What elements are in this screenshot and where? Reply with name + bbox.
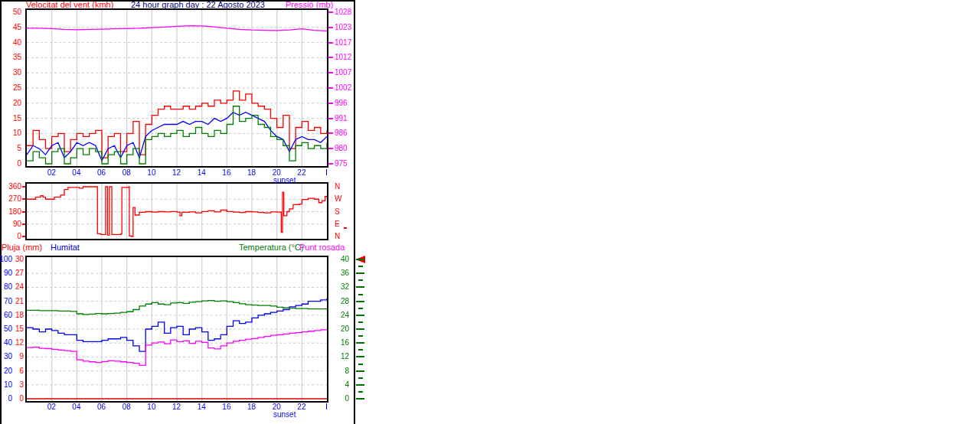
x-axis-hour-label: 10: [147, 403, 155, 411]
axis-tick-label: 40: [341, 256, 349, 263]
axis-tick-label: 3: [19, 381, 24, 389]
axis-tick: [22, 236, 25, 237]
axis-tick: [22, 211, 25, 213]
axis-tick-label: 270: [8, 195, 21, 203]
x-axis-hour-label: 02: [47, 403, 56, 411]
axis-tick-label: 5: [17, 145, 21, 152]
x-axis-hour-label: 08: [122, 169, 131, 177]
axis-tick-label: 40: [4, 339, 12, 347]
wind-direction-chart-frame: [25, 182, 328, 240]
axis-tick-label: 80: [4, 283, 12, 291]
axis-tick-label: 60: [4, 311, 12, 319]
axis-tick: [328, 42, 333, 44]
axis-tick-label: 1002: [335, 84, 351, 92]
axis-tick-label: 980: [335, 145, 348, 152]
axis-tick-label: 996: [335, 99, 348, 107]
axis-tick-label: 975: [335, 160, 348, 168]
wind-speed-chart-frame: [25, 8, 328, 168]
axis-tick-label: 8: [345, 367, 349, 375]
axis-tick: [356, 272, 364, 274]
axis-tick: [356, 398, 364, 400]
x-axis-hour-label: 14: [198, 403, 206, 411]
axis-tick-label: 0: [17, 233, 21, 240]
axis-tick: [328, 103, 333, 104]
axis-tick-label: 20: [4, 367, 12, 375]
axis-tick-label: 0: [19, 395, 24, 403]
day-end-tick-bottom: [326, 403, 327, 409]
axis-tick-label: 4: [345, 381, 349, 389]
axis-minor-tick: [358, 266, 363, 267]
legend-temperature: Temperatura (°C): [239, 243, 303, 252]
axis-minor-tick: [358, 279, 363, 281]
axis-tick-label: 45: [13, 24, 21, 31]
axis-tick-label: 15: [15, 325, 24, 333]
axis-tick: [356, 286, 364, 288]
axis-tick: [356, 301, 364, 302]
x-axis-hour-label: 04: [72, 169, 80, 177]
axis-tick-label: 991: [335, 115, 348, 122]
axis-tick-label: 24: [15, 283, 24, 291]
axis-minor-tick: [358, 294, 363, 295]
axis-tick-label: 6: [19, 367, 24, 375]
legend-humidity: Humitat: [51, 243, 80, 252]
wind-speed-pressure-plot: [27, 10, 327, 166]
x-axis-hour-label: 16: [222, 169, 230, 177]
wind-direction-plot: [27, 184, 327, 239]
axis-tick: [328, 27, 333, 28]
axis-tick-label: 986: [335, 129, 348, 137]
axis-tick-label: 1017: [335, 39, 351, 47]
axis-tick-label: 12: [341, 353, 349, 360]
x-axis-hour-label: 02: [47, 169, 56, 177]
axis-tick-label: 1023: [335, 24, 351, 31]
axis-tick: [328, 132, 333, 134]
x-axis-hour-label: 10: [147, 169, 155, 177]
axis-tick-label: 16: [341, 339, 349, 347]
window-border-left: [0, 0, 2, 424]
axis-tick: [328, 148, 333, 149]
axis-minor-tick: [358, 349, 363, 351]
axis-tick-label: N: [335, 233, 340, 240]
x-axis-hour-label: 14: [198, 169, 206, 177]
axis-tick-label: 1012: [335, 54, 351, 61]
legend-rain: Pluja (mm): [2, 243, 42, 252]
axis-tick-label: 50: [4, 325, 12, 333]
axis-tick: [356, 259, 364, 260]
x-axis-hour-label: 08: [122, 403, 131, 411]
axis-tick-label: E: [335, 220, 340, 228]
axis-tick-label: 35: [13, 54, 21, 61]
rain-humidity-temperature-dewpoint-plot: [27, 257, 327, 401]
axis-tick-label: 70: [4, 298, 12, 305]
axis-tick-label: 9: [19, 353, 24, 360]
axis-tick-label: 30: [13, 69, 21, 77]
axis-tick-label: 1007: [335, 69, 351, 77]
axis-tick: [22, 186, 25, 188]
axis-tick: [356, 342, 364, 344]
axis-tick-label: 30: [4, 353, 12, 360]
x-axis-hour-label: 18: [247, 169, 256, 177]
x-axis-hour-label: 04: [72, 403, 80, 411]
axis-minor-tick: [358, 364, 363, 365]
axis-minor-tick: [358, 391, 363, 393]
axis-minor-tick: [358, 321, 363, 323]
axis-tick: [356, 315, 364, 316]
day-end-tick-top: [326, 169, 327, 175]
axis-tick-label: 10: [4, 381, 12, 389]
axis-minor-tick: [358, 335, 363, 337]
axis-tick-label: 0: [17, 160, 21, 168]
x-axis-hour-label: 06: [97, 403, 106, 411]
axis-tick-label: 15: [13, 115, 21, 122]
x-axis-hour-label: 20: [273, 403, 281, 411]
axis-tick: [356, 370, 364, 372]
axis-tick-label: 36: [341, 269, 349, 277]
axis-minor-tick: [358, 377, 363, 379]
axis-tick: [356, 384, 364, 386]
sunset-label-top: sunset: [273, 177, 296, 184]
axis-tick-label: 90: [4, 269, 12, 277]
axis-tick-label: 24: [341, 311, 349, 319]
legend-dew-point: Punt rosada: [299, 243, 345, 252]
axis-tick-label: 32: [341, 283, 349, 291]
axis-tick-label: 28: [341, 298, 349, 305]
x-axis-hour-label: 22: [297, 403, 305, 411]
axis-tick-label: 1028: [335, 8, 351, 16]
x-axis-hour-label: 06: [97, 169, 106, 177]
